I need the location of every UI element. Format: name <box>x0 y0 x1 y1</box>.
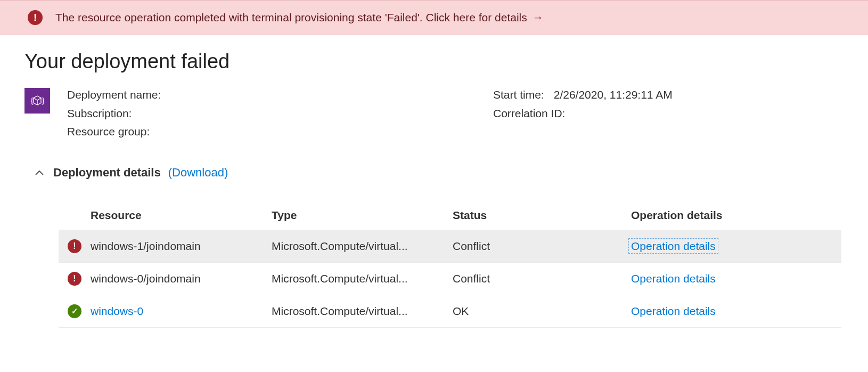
status-cell: OK <box>453 305 631 318</box>
col-status: Status <box>453 209 631 222</box>
deployment-details-header[interactable]: Deployment details (Download) <box>35 166 844 180</box>
correlation-id-label: Correlation ID: <box>493 104 565 123</box>
status-cell: Conflict <box>453 272 631 285</box>
table-row[interactable]: !windows-0/joindomainMicrosoft.Compute/v… <box>59 263 841 295</box>
subscription-label: Subscription: <box>67 104 132 123</box>
svg-text:}: } <box>41 96 45 106</box>
col-operation-details: Operation details <box>631 209 791 222</box>
cube-brackets-icon: { } <box>29 93 45 109</box>
table-row[interactable]: !windows-1/joindomainMicrosoft.Compute/v… <box>59 230 841 263</box>
download-link[interactable]: (Download) <box>168 166 228 180</box>
operation-details-link[interactable]: Operation details <box>631 272 716 285</box>
summary-left-column: Deployment name: Subscription: Resource … <box>67 86 493 141</box>
deployment-name-label: Deployment name: <box>67 86 161 104</box>
content-area: Your deployment failed { } Deployment na… <box>0 35 868 328</box>
error-icon: ! <box>68 239 81 253</box>
type-cell: Microsoft.Compute/virtual... <box>272 305 453 318</box>
success-icon: ✓ <box>68 304 81 318</box>
type-cell: Microsoft.Compute/virtual... <box>272 240 453 253</box>
deployment-details-title: Deployment details <box>53 166 161 180</box>
resource-group-label: Resource group: <box>67 123 150 141</box>
error-banner[interactable]: ! The resource operation completed with … <box>0 0 868 35</box>
summary-right-column: Start time:2/26/2020, 11:29:11 AM Correl… <box>493 86 844 141</box>
deployment-details-table: Resource Type Status Operation details !… <box>59 201 841 328</box>
type-cell: Microsoft.Compute/virtual... <box>272 272 453 285</box>
resource-cell: windows-0/joindomain <box>91 272 272 285</box>
deployment-summary: { } Deployment name: Subscription: Resou… <box>24 86 844 141</box>
operation-details-link[interactable]: Operation details <box>628 238 718 254</box>
operation-details-link[interactable]: Operation details <box>631 305 716 317</box>
resource-cell: windows-0 <box>91 305 272 318</box>
banner-message: The resource operation completed with te… <box>55 11 527 24</box>
chevron-up-icon <box>35 168 44 177</box>
page-title: Your deployment failed <box>24 50 844 73</box>
col-resource: Resource <box>91 209 272 222</box>
error-icon: ! <box>68 272 81 286</box>
status-cell: Conflict <box>453 240 631 253</box>
resource-link[interactable]: windows-0 <box>91 305 143 317</box>
error-icon: ! <box>28 10 43 25</box>
resource-cell: windows-1/joindomain <box>91 240 272 253</box>
arrow-right-icon: → <box>533 11 544 24</box>
arm-template-icon: { } <box>24 88 50 114</box>
table-row[interactable]: ✓windows-0Microsoft.Compute/virtual...OK… <box>59 295 841 328</box>
col-type: Type <box>272 209 453 222</box>
start-time-label: Start time: <box>493 86 544 104</box>
start-time-value: 2/26/2020, 11:29:11 AM <box>554 86 673 104</box>
table-header: Resource Type Status Operation details <box>59 201 841 230</box>
